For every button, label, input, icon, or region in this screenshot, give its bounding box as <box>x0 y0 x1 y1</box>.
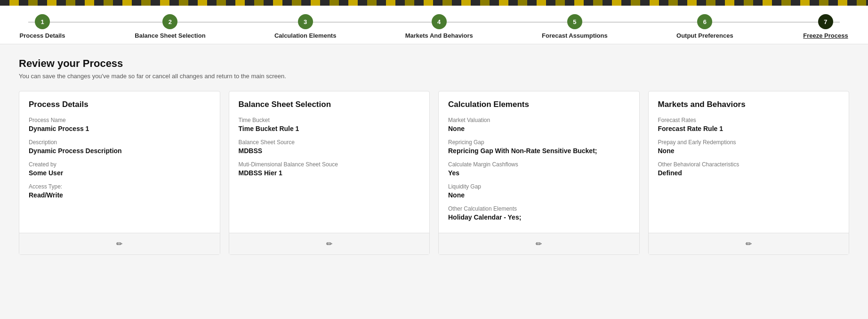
edit-icon-markets-and-behaviors[interactable]: ✏ <box>746 239 752 248</box>
step-label-3: Calculation Elements <box>274 32 336 39</box>
top-banner <box>0 0 868 6</box>
step-label-4: Markets And Behaviors <box>405 32 473 39</box>
field-value-calculation-elements-0: None <box>448 125 630 132</box>
card-body-markets-and-behaviors: Markets and BehaviorsForecast RatesForec… <box>649 91 849 233</box>
field-value-process-details-1: Dynamic Process Description <box>29 147 210 155</box>
step-circle-3: 3 <box>298 14 313 29</box>
field-value-balance-sheet-selection-2: MDBSS Hier 1 <box>239 169 420 177</box>
field-value-calculation-elements-4: Holiday Calendar - Yes; <box>448 213 630 221</box>
field-value-balance-sheet-selection-0: Time Bucket Rule 1 <box>239 125 420 132</box>
card-footer-calculation-elements[interactable]: ✏ <box>439 233 639 254</box>
field-label-balance-sheet-selection-0: Time Bucket <box>239 117 420 123</box>
field-label-calculation-elements-2: Calculate Margin Cashflows <box>448 161 630 168</box>
card-title-markets-and-behaviors: Markets and Behaviors <box>658 100 840 109</box>
card-body-balance-sheet-selection: Balance Sheet SelectionTime BucketTime B… <box>229 91 430 233</box>
field-value-markets-and-behaviors-0: Forecast Rate Rule 1 <box>658 125 840 132</box>
stepper-container: 1Process Details2Balance Sheet Selection… <box>0 6 868 44</box>
field-label-balance-sheet-selection-1: Balance Sheet Source <box>239 139 420 146</box>
step-3[interactable]: 3Calculation Elements <box>274 14 336 39</box>
card-title-calculation-elements: Calculation Elements <box>448 100 630 109</box>
field-label-process-details-3: Access Type: <box>29 183 210 190</box>
step-circle-1: 1 <box>35 14 50 29</box>
step-label-5: Forecast Assumptions <box>542 32 608 39</box>
step-circle-2: 2 <box>162 14 177 29</box>
card-markets-and-behaviors: Markets and BehaviorsForecast RatesForec… <box>648 91 850 255</box>
step-6[interactable]: 6Output Preferences <box>676 14 733 39</box>
step-label-1: Process Details <box>20 32 65 39</box>
field-label-markets-and-behaviors-2: Other Behavioral Characteristics <box>658 161 840 168</box>
step-label-7: Freeze Process <box>803 32 848 39</box>
field-label-calculation-elements-3: Liquidity Gap <box>448 183 630 190</box>
edit-icon-process-details[interactable]: ✏ <box>116 239 122 248</box>
main-content: Review your Process You can save the cha… <box>0 44 868 268</box>
card-title-process-details: Process Details <box>29 100 210 109</box>
field-value-calculation-elements-3: None <box>448 191 630 199</box>
field-value-calculation-elements-1: Repricing Gap With Non-Rate Sensitive Bu… <box>448 147 630 155</box>
field-value-markets-and-behaviors-2: Defined <box>658 169 840 177</box>
cards-row: Process DetailsProcess NameDynamic Proce… <box>19 91 849 255</box>
field-label-balance-sheet-selection-2: Muti-Dimensional Balance Sheet Souce <box>239 161 420 168</box>
step-label-2: Balance Sheet Selection <box>135 32 205 39</box>
field-value-process-details-2: Some User <box>29 169 210 177</box>
edit-icon-balance-sheet-selection[interactable]: ✏ <box>326 239 332 248</box>
stepper: 1Process Details2Balance Sheet Selection… <box>19 14 849 39</box>
card-footer-balance-sheet-selection[interactable]: ✏ <box>229 233 430 254</box>
field-label-calculation-elements-1: Repricing Gap <box>448 139 630 146</box>
card-body-process-details: Process DetailsProcess NameDynamic Proce… <box>19 91 220 233</box>
field-label-calculation-elements-4: Other Calculation Elements <box>448 205 630 212</box>
field-value-calculation-elements-2: Yes <box>448 169 630 177</box>
page-subtitle: You can save the changes you've made so … <box>19 73 849 80</box>
step-1[interactable]: 1Process Details <box>19 14 66 39</box>
field-value-process-details-3: Read/Write <box>29 191 210 199</box>
step-circle-4: 4 <box>432 14 447 29</box>
card-footer-markets-and-behaviors[interactable]: ✏ <box>649 233 849 254</box>
card-calculation-elements: Calculation ElementsMarket ValuationNone… <box>438 91 640 255</box>
step-5[interactable]: 5Forecast Assumptions <box>542 14 608 39</box>
page-title: Review your Process <box>19 57 849 70</box>
step-7[interactable]: 7Freeze Process <box>802 14 849 39</box>
card-body-calculation-elements: Calculation ElementsMarket ValuationNone… <box>439 91 639 233</box>
step-circle-7: 7 <box>818 14 833 29</box>
step-4[interactable]: 4Markets And Behaviors <box>405 14 473 39</box>
field-label-markets-and-behaviors-0: Forecast Rates <box>658 117 840 123</box>
field-label-process-details-2: Created by <box>29 161 210 168</box>
step-2[interactable]: 2Balance Sheet Selection <box>135 14 205 39</box>
field-value-markets-and-behaviors-1: None <box>658 147 840 155</box>
card-title-balance-sheet-selection: Balance Sheet Selection <box>239 100 420 109</box>
field-label-process-details-1: Description <box>29 139 210 146</box>
field-label-process-details-0: Process Name <box>29 117 210 123</box>
step-circle-6: 6 <box>697 14 712 29</box>
field-label-calculation-elements-0: Market Valuation <box>448 117 630 123</box>
step-circle-5: 5 <box>567 14 582 29</box>
card-process-details: Process DetailsProcess NameDynamic Proce… <box>19 91 220 255</box>
field-label-markets-and-behaviors-1: Prepay and Early Redemptions <box>658 139 840 146</box>
card-footer-process-details[interactable]: ✏ <box>19 233 220 254</box>
field-value-process-details-0: Dynamic Process 1 <box>29 125 210 132</box>
card-balance-sheet-selection: Balance Sheet SelectionTime BucketTime B… <box>229 91 430 255</box>
step-label-6: Output Preferences <box>676 32 733 39</box>
edit-icon-calculation-elements[interactable]: ✏ <box>536 239 542 248</box>
field-value-balance-sheet-selection-1: MDBSS <box>239 147 420 155</box>
